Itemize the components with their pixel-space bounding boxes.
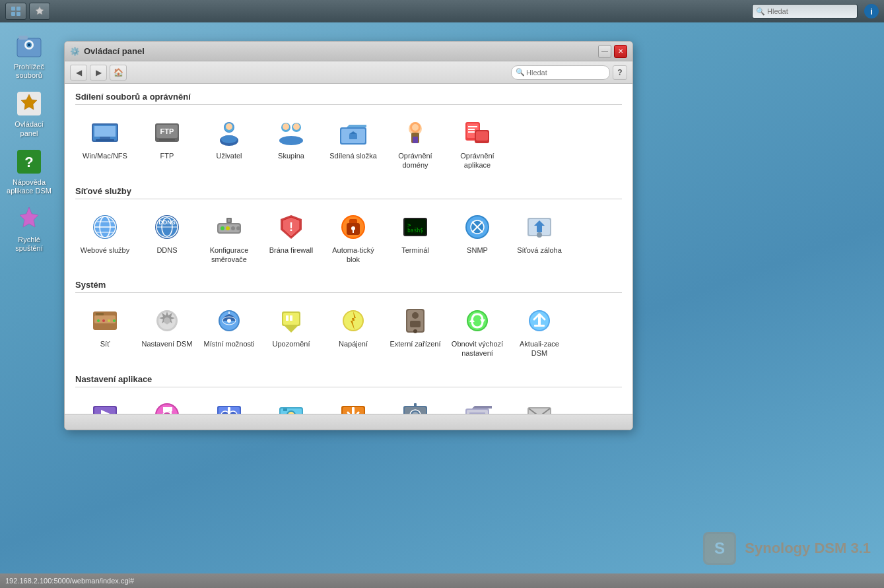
winmacnfs-icon (89, 117, 121, 148)
item-nastaveni-dsm[interactable]: Nastavení DSM (137, 300, 197, 364)
audio-station-icon (213, 399, 245, 414)
item-itunes[interactable]: iTunes (137, 394, 197, 414)
item-aktualizace-dsm[interactable]: Aktuali-zace DSM (510, 300, 569, 364)
window-toolbar: ◀ ▶ 🏠 🔍 ? (65, 61, 632, 84)
desktop-sidebar: Prohlížeč souborů Ovládací panel ? Nápov… (0, 22, 58, 257)
section-network-title: Síťové služby (75, 186, 622, 199)
back-button[interactable]: ◀ (70, 65, 87, 81)
svg-rect-43 (468, 129, 475, 130)
svg-point-28 (283, 123, 289, 130)
webove-sluzby-icon (89, 211, 121, 243)
aktualizace-dsm-icon (524, 305, 555, 337)
svg-rect-16 (100, 137, 110, 139)
section-appsettings-grid: Mediální server iTunes (75, 394, 622, 414)
item-upozorneni[interactable]: Upozornění (261, 300, 321, 364)
item-medialni-server[interactable]: Mediální server (75, 394, 135, 414)
taskbar-app-button[interactable] (5, 3, 26, 20)
file-browser-icon (15, 32, 44, 61)
item-label: FTP (160, 151, 174, 160)
svg-rect-1 (17, 7, 20, 11)
quick-launch-icon (15, 205, 44, 234)
item-audio-station[interactable]: Audio Station (199, 394, 259, 414)
section-sharing-grid: Win/Mac/NFS FTP FTP (75, 112, 622, 176)
item-snmp[interactable]: SNMP (448, 206, 507, 270)
item-napajeni[interactable]: Napájení (323, 300, 383, 364)
section-system-title: Systém (75, 280, 622, 293)
svg-point-26 (221, 135, 237, 143)
item-webove-sluzby[interactable]: Webové služby (75, 206, 135, 270)
svg-rect-87 (96, 313, 104, 315)
item-opravneni-domeny[interactable]: Oprávnění domény (386, 112, 445, 176)
item-uzivatel[interactable]: Uživatel (199, 112, 259, 176)
item-obnovit-vychozi[interactable]: Obnovit výchozí nastavení (448, 300, 507, 364)
sit-icon (89, 305, 121, 337)
synology-logo: S Synology DSM 3.1 (700, 529, 871, 568)
svg-text:!: ! (289, 220, 293, 234)
item-skupina[interactable]: Skupina (261, 112, 321, 176)
svg-point-91 (113, 319, 116, 322)
sidebar-item-help[interactable]: ? Nápověda aplikace DSM (3, 143, 55, 199)
item-label: Konfigurace směrovače (202, 245, 256, 265)
item-label: DDNS (156, 245, 177, 255)
svg-point-38 (412, 124, 419, 131)
svg-rect-74 (353, 230, 354, 233)
obnovit-vychozi-icon (461, 305, 493, 337)
sidebar-item-quick-launch[interactable]: Rychlé spuštění (3, 201, 55, 257)
item-label: Síť (100, 339, 110, 348)
item-sit[interactable]: Síť (75, 300, 135, 364)
help-icon: ? (15, 147, 44, 176)
postovni-server-icon (524, 399, 555, 414)
item-opravneni-aplikace[interactable]: Oprávnění aplikace (448, 112, 507, 176)
sidebar-item-label: Nápověda aplikace DSM (5, 178, 53, 195)
item-label: Sdílená složka (329, 151, 377, 160)
item-mistni-moznosti[interactable]: Místní možnosti (199, 300, 259, 364)
toolbar-search-input[interactable] (511, 65, 610, 80)
svg-rect-141 (352, 407, 355, 414)
item-ftp[interactable]: FTP FTP (137, 112, 197, 176)
sidebar-item-file-browser[interactable]: Prohlížeč souborů (3, 28, 55, 84)
item-label: Webové služby (81, 245, 129, 255)
taskbar-info-button[interactable]: i (864, 4, 879, 18)
sidebar-item-control-panel[interactable]: Ovládací panel (3, 85, 55, 141)
item-download-station[interactable]: Download Station (323, 394, 383, 414)
window-controls: — ✕ (598, 45, 627, 58)
item-surveillance-station[interactable]: Surveillance Station (386, 394, 445, 414)
close-button[interactable]: ✕ (614, 45, 627, 58)
taskbar-tools-button[interactable] (29, 3, 50, 20)
svg-rect-151 (469, 412, 485, 414)
taskbar-search-area: 🔍 (752, 4, 858, 18)
forward-button[interactable]: ▶ (90, 65, 107, 81)
minimize-button[interactable]: — (598, 45, 611, 58)
item-photo-station[interactable]: Photo Station (261, 394, 321, 414)
taskbar-search-input[interactable] (752, 4, 858, 18)
svg-point-25 (226, 123, 232, 130)
item-sitova-zaloha[interactable]: Síťová záloha (510, 206, 569, 270)
svg-point-88 (97, 319, 100, 322)
svg-rect-109 (410, 321, 421, 327)
svg-text:bash$: bash$ (407, 228, 423, 234)
item-winmacnfs[interactable]: Win/Mac/NFS (75, 112, 135, 176)
svg-text:DDNS: DDNS (158, 219, 176, 226)
item-automaticky-blok[interactable]: Automa-tický blok (323, 206, 383, 270)
svg-point-98 (227, 319, 231, 323)
item-label: Skupina (278, 151, 304, 160)
help-button[interactable]: ? (613, 65, 627, 80)
item-brana-firewall[interactable]: ! Brána firewall (261, 206, 321, 270)
item-terminal[interactable]: > _ bash$ Terminál (386, 206, 445, 270)
item-externi-zarizeni[interactable]: Externí zařízení (386, 300, 445, 364)
status-bar-url: 192.168.2.100:5000/webman/index.cgi# (5, 577, 134, 585)
svg-point-90 (108, 319, 110, 322)
window-content: Sdílení souborů a oprávnění Win/Mac/NFS (65, 84, 632, 414)
control-panel-icon (15, 89, 44, 118)
upozorneni-icon (275, 305, 307, 337)
item-label: Oprávnění domény (388, 151, 442, 170)
item-sdilena-slozka[interactable]: Sdílená složka (323, 112, 383, 176)
svg-point-30 (293, 123, 300, 130)
status-bar: 192.168.2.100:5000/webman/index.cgi# (0, 573, 884, 588)
photo-station-icon (275, 399, 307, 414)
item-ddns[interactable]: DDNS DDNS (137, 206, 197, 270)
home-button[interactable]: 🏠 (110, 65, 127, 81)
item-postovni-server[interactable]: Poštovní server (510, 394, 569, 414)
item-file-station[interactable]: File Station (448, 394, 507, 414)
item-konfigurace-smerovace[interactable]: Konfigurace směrovače (199, 206, 259, 270)
